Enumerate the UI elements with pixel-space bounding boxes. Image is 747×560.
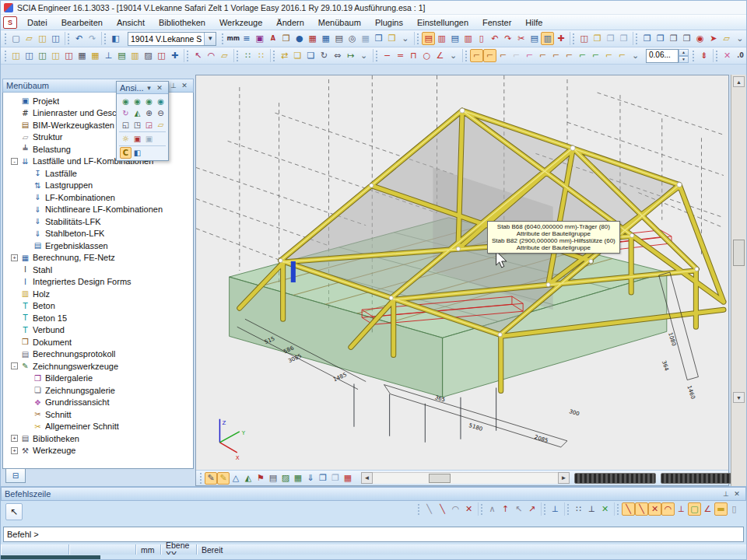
activity-selection-icon[interactable]: ▥ (461, 32, 475, 45)
table-icon[interactable]: ▦ (306, 32, 319, 45)
tree-item-werkzeuge[interactable]: +⚒Werkzeuge (3, 445, 193, 457)
activity-add-icon[interactable]: ▤ (528, 32, 541, 45)
picture-icon[interactable]: ▣ (253, 32, 266, 45)
overflow-chevron-icon[interactable]: ⌄ (629, 49, 642, 62)
table-2-icon[interactable]: ▦ (319, 32, 332, 45)
tree-item-zeichnungswerkzeuge[interactable]: -✎Zeichnungswerkzeuge (3, 360, 193, 373)
tree-item-stahl[interactable]: ΙStahl (3, 264, 193, 276)
report-icon[interactable]: ❒ (385, 32, 398, 45)
spinner-up-icon[interactable]: ▲ (679, 49, 689, 56)
beam-display-icon[interactable]: ◫ (9, 49, 23, 62)
activity-onoff-icon[interactable]: ▥ (435, 32, 448, 45)
activity-current-icon[interactable]: ▥ (541, 32, 554, 45)
viewport-3d-scene[interactable]: 308514855155865180208530036510803641460 … (196, 75, 728, 470)
sidebar-tab-menubaum[interactable]: ⊟ (5, 469, 26, 483)
tree-item-dokument[interactable]: ❒Dokument (3, 336, 193, 348)
menu-menübaum[interactable]: Menübaum (311, 16, 368, 29)
rotate-icon[interactable]: ↻ (317, 49, 331, 62)
clipboard-icon[interactable]: ❐ (279, 32, 293, 45)
scroll-left-icon[interactable]: ◄ (361, 472, 373, 484)
status-plane[interactable]: Ebene XY (161, 544, 197, 555)
menu-ansicht[interactable]: Ansicht (110, 16, 152, 29)
scroll-right-icon[interactable]: ► (558, 472, 570, 484)
layout-2-icon[interactable]: ❐ (617, 32, 630, 45)
tree-item-zeichnungsgalerie[interactable]: ❏Zeichnungsgalerie (3, 384, 193, 397)
printer-icon[interactable]: ▤ (332, 32, 345, 45)
snap-length-icon[interactable]: ∠ (701, 502, 714, 516)
axes-display-icon[interactable]: ⊥ (102, 49, 115, 62)
flag-icon[interactable]: ⚑ (254, 472, 267, 485)
haunch-start-icon[interactable]: ⌐ (602, 49, 615, 62)
walk-mode-icon[interactable]: ◭ (132, 107, 143, 119)
select-window-icon[interactable]: ↖ (512, 502, 525, 516)
snap-gridpoint-icon[interactable]: ▢ (688, 502, 701, 516)
web-icon[interactable]: ● (293, 32, 306, 45)
tree-item-holz[interactable]: ▥Holz (3, 288, 193, 300)
activity-redo-icon[interactable]: ↷ (501, 32, 514, 45)
redo-icon[interactable]: ↷ (86, 32, 99, 45)
draw-rect-icon[interactable]: ⊓ (407, 49, 420, 62)
zoom-out-icon[interactable]: ⊖ (155, 107, 167, 119)
move-icon[interactable]: ⇄ (278, 49, 291, 62)
spinner-down-icon[interactable]: ▼ (679, 56, 689, 63)
window-layout-icon[interactable]: ◧ (109, 32, 122, 45)
menu-datei[interactable]: Datei (20, 16, 54, 29)
pin-icon[interactable]: ⊥ (721, 488, 731, 499)
snap-midpoint-icon[interactable]: ╲ (635, 502, 648, 516)
light-icon[interactable]: ☼ (120, 133, 132, 145)
shrink-display-icon[interactable]: ◫ (155, 49, 168, 62)
tree-item-grundrissansicht[interactable]: ❖Grundrissansicht (3, 397, 193, 409)
view-axo-small-icon[interactable]: ◭ (242, 472, 254, 485)
palette-header[interactable]: Ansi... ▾ ✕ (117, 82, 168, 94)
hinge-semi-icon[interactable]: ⌐ (549, 49, 563, 62)
activity-undo-icon[interactable]: ↶ (488, 32, 501, 45)
label-node-icon[interactable]: ▦ (75, 49, 89, 62)
doc-view-icon[interactable]: ❐ (317, 472, 329, 485)
export-graphics-icon[interactable]: ▱ (720, 32, 733, 45)
hinge-rigid-icon[interactable]: ⌐ (536, 49, 549, 62)
overflow-chevron-icon[interactable]: ⌄ (398, 32, 412, 45)
render-display-icon[interactable]: ▨ (142, 49, 155, 62)
scia-menu-icon[interactable]: S (3, 16, 17, 29)
overflow-chevron-icon[interactable]: ⌄ (357, 49, 370, 62)
snap-info-icon[interactable]: ▯ (728, 502, 741, 516)
surface-display-icon[interactable]: ▥ (128, 49, 142, 62)
menu-bearbeiten[interactable]: Bearbeiten (54, 16, 110, 29)
hide-elements-icon[interactable]: ◉ (693, 32, 707, 45)
activity-layer-icon[interactable]: ▤ (422, 32, 435, 45)
tree-item-bibliotheken[interactable]: +▤Bibliotheken (3, 432, 193, 445)
tree-item-beton[interactable]: TBeton (3, 300, 193, 313)
tree-item-berechnung-fe-netz[interactable]: +▦Berechnung, FE-Netz (3, 252, 193, 264)
cursor-cross-icon[interactable]: ╲ (436, 502, 449, 516)
overflow-chevron-icon[interactable]: ⌄ (447, 49, 460, 62)
select-node-icon[interactable]: ∧ (486, 502, 499, 516)
overflow-chevron-icon[interactable]: ⌄ (733, 32, 746, 45)
scale-spinner[interactable]: 0.06... ▲▼ (646, 49, 689, 63)
select-add-icon[interactable]: ↑ (499, 502, 512, 516)
view-z-icon[interactable]: ◉ (143, 96, 155, 107)
hinge-end-icon[interactable]: ⌐ (483, 49, 496, 62)
zoom-selection-icon[interactable]: ◲ (143, 119, 155, 131)
section-scale-icon[interactable]: ✕ (721, 49, 734, 62)
cascade-icon[interactable]: ❐ (680, 32, 693, 45)
expand-icon[interactable]: + (11, 435, 18, 442)
menu-hilfe[interactable]: Hilfe (518, 16, 549, 29)
units-toggle-icon[interactable]: mm (226, 32, 240, 45)
select-by-cursor-icon[interactable]: ↖ (191, 49, 205, 62)
layout-1-icon[interactable]: ❐ (604, 32, 617, 45)
new-project-icon[interactable]: ▢ (9, 32, 23, 45)
layers-icon[interactable]: ≡ (240, 32, 253, 45)
copy-view-icon[interactable]: ❐ (640, 32, 654, 45)
ortho-icon[interactable]: ⟂ (585, 502, 598, 516)
mesh-icon[interactable]: ▦ (292, 472, 304, 485)
tree-item-berechnungsprotokoll[interactable]: ▤Berechnungsprotokoll (3, 348, 193, 361)
save-picture-icon[interactable]: ▱ (155, 119, 167, 131)
center-view-icon[interactable]: ✚ (554, 32, 567, 45)
snap-endpoint-icon[interactable]: ╲ (622, 502, 635, 516)
hinge-display-icon[interactable]: ◫ (49, 49, 62, 62)
snap-arc-icon[interactable]: ◠ (661, 502, 675, 516)
translate-icon[interactable]: A (266, 32, 279, 45)
tree-item-verbund[interactable]: TVerbund (3, 324, 193, 337)
undo-icon[interactable]: ↶ (72, 32, 86, 45)
shading-icon[interactable]: ▨ (279, 472, 292, 485)
